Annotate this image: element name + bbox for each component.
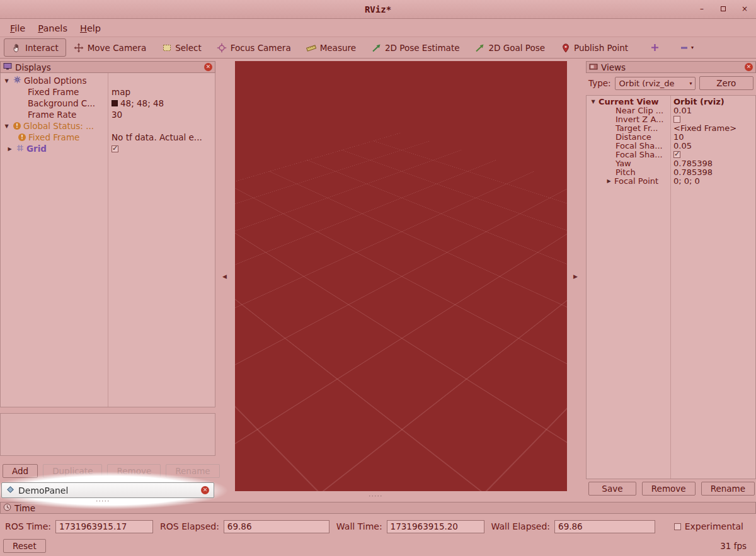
view-row-focal-point[interactable]: ▶ Focal Point 0; 0; 0: [587, 176, 755, 185]
tool-measure[interactable]: Measure: [299, 38, 364, 57]
view-row-distance[interactable]: Distance 10: [587, 132, 755, 141]
check-icon: ✓: [674, 151, 680, 158]
ros-time-input[interactable]: [55, 520, 153, 533]
chevron-down-icon: ▾: [690, 81, 692, 86]
property-name: Near Clip ...: [616, 106, 663, 115]
tool-2d-goal-pose[interactable]: 2D Goal Pose: [467, 38, 553, 57]
tool-interact[interactable]: Interact: [4, 38, 66, 57]
wall-elapsed-input[interactable]: [554, 520, 655, 533]
view-row-invert-z[interactable]: Invert Z A...: [587, 115, 755, 123]
grid-enabled-checkbox[interactable]: ✓: [112, 145, 118, 152]
view-row-focal-shape-fixed[interactable]: Focal Sha... ✓: [587, 150, 755, 159]
tool-label: Publish Point: [574, 43, 628, 53]
views-panel-header[interactable]: Views ✕: [586, 61, 756, 73]
displays-panel-header[interactable]: Displays ✕: [0, 61, 215, 73]
tool-label: Focus Camera: [231, 43, 291, 53]
view-type-value: Orbit (rviz_de: [619, 79, 675, 88]
expander-open-icon[interactable]: ▼: [3, 123, 11, 129]
splitter-collapse-right-icon[interactable]: ▶: [573, 273, 578, 280]
time-panel: Time ROS Time: ROS Elapsed: Wall Time: W…: [0, 502, 756, 556]
property-value[interactable]: map: [112, 87, 130, 97]
view-row-pitch[interactable]: Pitch 0.785398: [587, 167, 755, 176]
reset-button[interactable]: Reset: [3, 539, 46, 553]
ros-elapsed-input[interactable]: [224, 520, 329, 533]
view-row-near-clip[interactable]: Near Clip ... 0.01: [587, 106, 755, 115]
column-divider[interactable]: [670, 96, 671, 479]
experimental-toggle[interactable]: Experimental: [674, 521, 743, 531]
property-value[interactable]: 0.785398: [673, 167, 713, 177]
tool-label: Interact: [25, 43, 59, 53]
property-value[interactable]: 0.785398: [673, 159, 713, 168]
ros-time-label: ROS Time:: [5, 521, 51, 531]
property-value[interactable]: 0.01: [673, 106, 692, 115]
tool-label: Select: [175, 43, 202, 53]
property-name: Global Options: [24, 76, 86, 86]
splitter-handle-dots[interactable]: ·····: [369, 492, 382, 500]
tool-2d-pose-estimate[interactable]: 2D Pose Estimate: [364, 38, 467, 57]
remove-tool-button[interactable]: ▾: [674, 40, 699, 55]
view-type-dropdown[interactable]: Orbit (rviz_de ▾: [615, 77, 696, 90]
menu-panels[interactable]: Panels: [32, 21, 74, 36]
property-name: Grid: [26, 144, 47, 154]
property-name: Fixed Frame: [28, 132, 79, 142]
experimental-checkbox[interactable]: [674, 523, 681, 530]
move-camera-icon: [74, 42, 84, 53]
gear-icon: [13, 76, 21, 86]
expander-open-icon[interactable]: ▼: [589, 99, 597, 105]
focal-shape-checkbox[interactable]: ✓: [673, 151, 680, 158]
property-name: Focal Point: [614, 176, 658, 186]
remove-view-button[interactable]: Remove: [642, 482, 696, 496]
splitter-collapse-left-icon[interactable]: ◀: [222, 273, 227, 280]
view-row-focal-shape-size[interactable]: Focal Sha... 0.05: [587, 141, 755, 150]
views-panel: Views ✕ Type: Orbit (rviz_de ▾ Zero ▼ Cu…: [586, 61, 756, 498]
warning-icon: !: [13, 122, 21, 130]
expander-open-icon[interactable]: ▼: [3, 78, 11, 84]
column-divider[interactable]: [108, 73, 108, 407]
property-value[interactable]: <Fixed Frame>: [673, 123, 736, 133]
property-value[interactable]: 10: [673, 132, 684, 142]
tool-move-camera[interactable]: Move Camera: [66, 38, 154, 57]
render-viewport[interactable]: [235, 61, 567, 491]
tool-select[interactable]: Select: [154, 38, 209, 57]
minimize-icon[interactable]: –: [697, 4, 707, 14]
rename-view-button[interactable]: Rename: [701, 482, 755, 496]
splitter-handle-dots[interactable]: ·····: [96, 497, 110, 505]
invert-z-checkbox[interactable]: [673, 116, 680, 123]
displays-tree: ▼ Global Options Fixed Frame map Backgro…: [0, 73, 215, 407]
menu-help[interactable]: Help: [74, 21, 107, 36]
property-name: Yaw: [616, 159, 631, 168]
view-row-current-view[interactable]: ▼ Current View Orbit (rviz): [587, 97, 755, 106]
property-value[interactable]: 48; 48; 48: [120, 98, 164, 108]
add-tool-button[interactable]: [644, 40, 665, 55]
demo-panel-close-icon[interactable]: ✕: [201, 486, 209, 494]
property-value[interactable]: 0; 0; 0: [673, 176, 700, 186]
view-row-target-frame[interactable]: Target Fr... <Fixed Frame>: [587, 123, 755, 132]
menu-file[interactable]: File: [4, 21, 32, 36]
zero-button[interactable]: Zero: [699, 76, 753, 90]
wall-time-input[interactable]: [387, 520, 484, 533]
displays-close-icon[interactable]: ✕: [204, 63, 212, 71]
ros-elapsed-label: ROS Elapsed:: [160, 521, 219, 531]
views-tree: ▼ Current View Orbit (rviz) Near Clip ..…: [586, 95, 756, 479]
demo-panel-titlebar[interactable]: DemoPanel ✕: [1, 482, 214, 498]
displays-help-area: [0, 413, 215, 456]
tool-focus-camera[interactable]: Focus Camera: [209, 38, 299, 57]
demo-panel-title: DemoPanel: [18, 485, 68, 496]
property-value[interactable]: 30: [112, 110, 122, 120]
save-button[interactable]: Save: [588, 482, 636, 496]
expander-closed-icon[interactable]: ▶: [6, 146, 14, 152]
window-close-icon[interactable]: ×: [740, 4, 750, 14]
fps-counter: 31 fps: [720, 541, 747, 551]
tool-publish-point[interactable]: Publish Point: [553, 38, 636, 57]
displays-panel: Displays ✕ ▼ Global Options Fixed Frame …: [0, 61, 215, 498]
expander-closed-icon[interactable]: ▶: [605, 178, 613, 184]
chevron-down-icon: ▾: [691, 45, 694, 50]
goal-arrow-icon: [475, 42, 486, 53]
point-pin-icon: [560, 42, 571, 53]
maximize-icon[interactable]: [718, 4, 728, 14]
displays-icon: [3, 62, 12, 72]
view-row-yaw[interactable]: Yaw 0.785398: [587, 159, 755, 167]
tool-label: Move Camera: [88, 43, 146, 53]
views-close-icon[interactable]: ✕: [745, 63, 753, 71]
property-value[interactable]: 0.05: [673, 141, 692, 150]
